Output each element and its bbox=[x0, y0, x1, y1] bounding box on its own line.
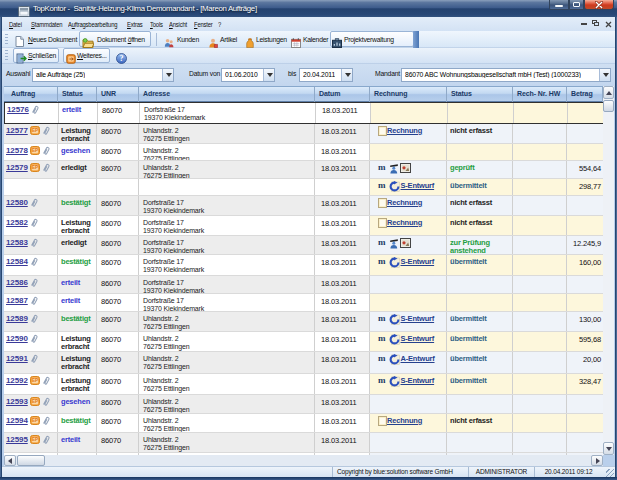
svg-text:EP: EP bbox=[32, 378, 38, 383]
svg-text:EP: EP bbox=[32, 128, 38, 133]
svg-text:EP: EP bbox=[32, 148, 38, 153]
svg-text:EP: EP bbox=[32, 399, 38, 404]
svg-text:EP: EP bbox=[32, 418, 38, 423]
svg-text:EP: EP bbox=[32, 165, 38, 170]
svg-text:?: ? bbox=[120, 54, 124, 63]
svg-text:EP: EP bbox=[32, 437, 38, 442]
